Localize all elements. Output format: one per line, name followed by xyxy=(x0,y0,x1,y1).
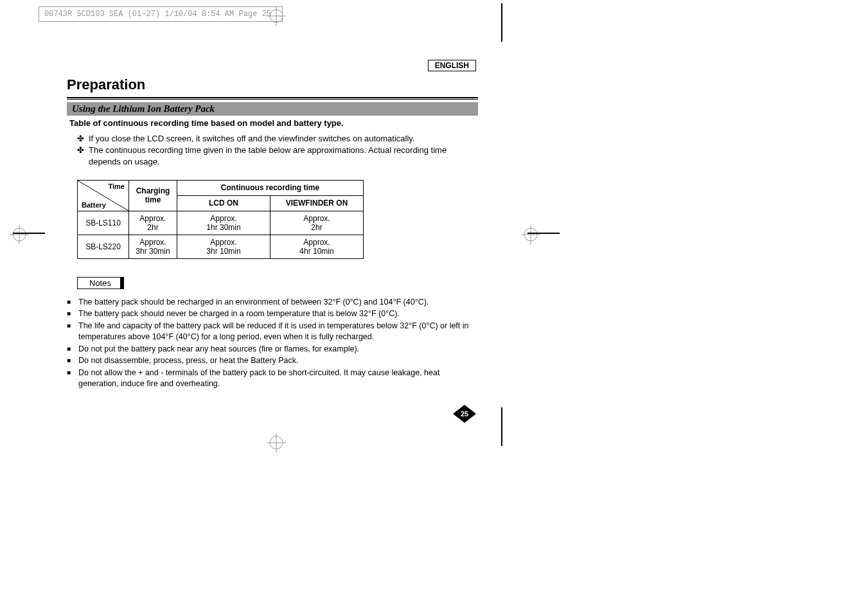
page-number-badge: 25 xyxy=(453,405,476,423)
note-item: The life and capacity of the battery pac… xyxy=(67,321,478,343)
notes-label-box: Notes xyxy=(77,277,124,289)
charge-time: Approx.3hr 30min xyxy=(129,235,177,258)
registration-mark-right xyxy=(521,225,540,244)
viewfinder-on-header: VIEWFINDER ON xyxy=(270,195,364,211)
page-number: 25 xyxy=(461,410,468,418)
charging-time-header: Charging time xyxy=(129,180,177,211)
subtitle: Table of continuous recording time based… xyxy=(67,118,478,128)
intro-bullets: If you close the LCD screen, it switches… xyxy=(67,133,478,168)
battery-model: SB-LS220 xyxy=(78,235,129,258)
lcd-time: Approx.1hr 30min xyxy=(177,211,270,235)
battery-model: SB-LS110 xyxy=(78,211,129,235)
title-underline-thin xyxy=(67,99,478,100)
crop-line-left xyxy=(13,233,45,234)
section-header: Using the Lithium Ion Battery Pack xyxy=(67,102,478,116)
vf-time: Approx.2hr xyxy=(270,211,364,235)
table-row: SB-LS110 Approx.2hr Approx.1hr 30min App… xyxy=(78,211,364,235)
page-title: Preparation xyxy=(67,76,478,93)
registration-mark-left xyxy=(10,225,29,244)
note-item: Do not put the battery pack near any hea… xyxy=(67,344,478,355)
crop-line-top xyxy=(501,3,502,42)
note-item: Do not disassemble, process, press, or h… xyxy=(67,355,478,367)
table-row: SB-LS220 Approx.3hr 30min Approx.3hr 10m… xyxy=(78,235,364,258)
print-header-info: 00743R SCD103 SEA (01~27) 1/10/04 8:54 A… xyxy=(39,6,283,22)
note-item: The battery pack should be recharged in … xyxy=(67,297,478,308)
charge-time: Approx.2hr xyxy=(129,211,177,235)
diag-header-battery: Battery xyxy=(82,201,106,209)
registration-mark-bottom xyxy=(267,433,286,452)
bullet-item: The continuous recording time given in t… xyxy=(77,145,478,168)
diag-header-time: Time xyxy=(109,182,125,190)
notes-list: The battery pack should be recharged in … xyxy=(67,297,478,390)
continuous-recording-header: Continuous recording time xyxy=(177,180,364,195)
crop-line-bottom xyxy=(501,407,502,446)
language-label: ENGLISH xyxy=(428,60,476,71)
note-item: Do not allow the + and - terminals of th… xyxy=(67,368,478,390)
vf-time: Approx.4hr 10min xyxy=(270,235,364,258)
print-header-text: 00743R SCD103 SEA (01~27) 1/10/04 8:54 A… xyxy=(44,10,271,19)
table-diagonal-header: Time Battery xyxy=(78,180,129,211)
bullet-item: If you close the LCD screen, it switches… xyxy=(77,133,478,145)
lcd-on-header: LCD ON xyxy=(177,195,270,211)
lcd-time: Approx.3hr 10min xyxy=(177,235,270,258)
note-item: The battery pack should never be charged… xyxy=(67,308,478,320)
crop-line-right xyxy=(527,233,560,234)
recording-time-table: Time Battery Charging time Continuous re… xyxy=(77,180,364,259)
title-underline-thick xyxy=(67,97,478,98)
page-content: ENGLISH Preparation Using the Lithium Io… xyxy=(67,61,478,391)
registration-mark-top xyxy=(267,6,286,26)
